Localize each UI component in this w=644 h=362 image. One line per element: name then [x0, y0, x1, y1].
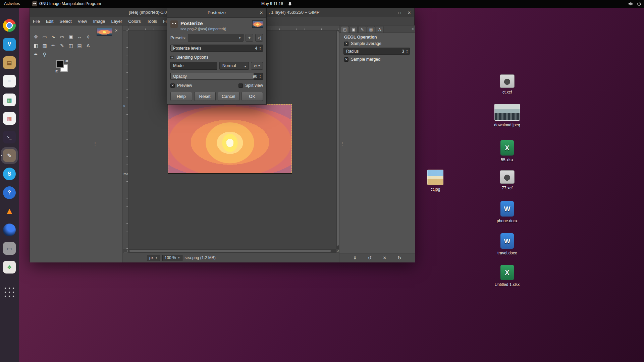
save-preset-icon[interactable]: ⇓: [353, 255, 357, 260]
text-tool-icon[interactable]: A: [84, 42, 92, 50]
mode-switch-button[interactable]: ↺ ▼: [251, 62, 263, 70]
swap-colors-icon[interactable]: ⇄: [65, 59, 68, 63]
notification-bell-icon[interactable]: [288, 2, 292, 6]
transform-tool-icon[interactable]: ↔: [75, 33, 84, 41]
ruler-corner[interactable]: [123, 25, 128, 31]
desktop-file-ct-jpg[interactable]: ct.jpg: [420, 170, 451, 192]
spin-down-icon[interactable]: ▼: [406, 51, 408, 53]
reset-tool-icon[interactable]: ↻: [397, 255, 401, 260]
spin-down-icon[interactable]: ▼: [259, 48, 261, 50]
menu-select[interactable]: Select: [56, 17, 74, 25]
zoom-select[interactable]: 100 % ▼: [162, 255, 182, 261]
close-button[interactable]: ✕: [408, 10, 411, 15]
spinner-arrows-icon[interactable]: ▲ ▼: [258, 45, 262, 51]
tab-fonts[interactable]: A: [376, 26, 384, 33]
dock-item-calc[interactable]: ▦: [3, 94, 16, 106]
split-view-checkbox-unchecked[interactable]: [238, 83, 243, 88]
split-view-checkbox-group[interactable]: Split view: [238, 83, 263, 88]
image-thumbnail[interactable]: [97, 28, 112, 36]
spinner-arrows-icon[interactable]: ▲ ▼: [405, 48, 409, 54]
dialog-close-icon[interactable]: ✕: [260, 8, 263, 18]
opacity-slider[interactable]: Opacity 90 ▲ ▼: [170, 73, 263, 80]
panel-grip-handle[interactable]: ⋮: [93, 142, 97, 145]
dock-item-writer[interactable]: ≡: [3, 75, 16, 87]
tab-tool-options[interactable]: ◰: [341, 26, 349, 33]
move-tool-icon[interactable]: ✥: [32, 33, 40, 41]
scissors-tool-icon[interactable]: ✂: [58, 33, 66, 41]
horizontal-scrollbar-thumb[interactable]: [129, 250, 331, 252]
activities-button[interactable]: Activities: [4, 0, 20, 8]
menu-tools[interactable]: Tools: [144, 17, 160, 25]
menu-colors[interactable]: Colors: [125, 17, 144, 25]
perspective-tool-icon[interactable]: ◊: [84, 33, 92, 41]
checkbox-checked-icon[interactable]: ✕: [344, 57, 348, 62]
desktop-file-download-jpeg[interactable]: download.jpeg: [492, 104, 523, 127]
tab-device-status[interactable]: ▣: [350, 26, 358, 33]
pencil-tool-icon[interactable]: ✏: [49, 42, 57, 50]
menu-image[interactable]: Image: [90, 17, 108, 25]
gradient-tool-icon[interactable]: ▨: [41, 42, 49, 50]
radius-slider[interactable]: Radius 3 ▲ ▼: [343, 48, 410, 55]
bucket-fill-tool-icon[interactable]: ◧: [32, 42, 40, 50]
maximize-button[interactable]: □: [398, 10, 401, 15]
spinner-arrows-icon[interactable]: ▲ ▼: [258, 73, 262, 79]
desktop-file-77-xcf[interactable]: 77.xcf: [492, 170, 523, 190]
menu-view[interactable]: View: [75, 17, 90, 25]
dock-item-app-grid[interactable]: [4, 287, 15, 298]
reset-button[interactable]: Reset: [194, 92, 216, 101]
restore-preset-icon[interactable]: ↺: [368, 255, 372, 260]
minimize-button[interactable]: –: [389, 10, 392, 15]
dock-item-vscode[interactable]: V: [3, 38, 16, 51]
thumbnail-close-icon[interactable]: ✕: [115, 28, 118, 33]
default-colors-icon[interactable]: ◩: [55, 69, 58, 73]
posterize-levels-slider[interactable]: Posterize levels 4 ▲ ▼: [170, 45, 263, 52]
help-button[interactable]: Help: [170, 92, 192, 101]
unit-select[interactable]: px ▼: [147, 255, 160, 261]
dock-item-gimp[interactable]: ✎: [3, 149, 16, 162]
menu-layer[interactable]: Layer: [108, 17, 125, 25]
cancel-button[interactable]: Cancel: [218, 92, 239, 101]
paintbrush-tool-icon[interactable]: ✎: [58, 42, 66, 50]
crop-tool-icon[interactable]: ▣: [67, 33, 75, 41]
eraser-tool-icon[interactable]: ◫: [67, 42, 75, 50]
menu-edit[interactable]: Edit: [43, 17, 56, 25]
dock-item-impress[interactable]: ▧: [3, 112, 16, 125]
dock-item-help[interactable]: ?: [3, 186, 16, 199]
volume-icon[interactable]: [628, 2, 633, 6]
sample-merged-row[interactable]: ✕ Sample merged: [344, 57, 380, 62]
dock-item-archive[interactable]: ▭: [3, 242, 16, 255]
clone-tool-icon[interactable]: ▤: [75, 42, 84, 50]
dock-menu-icon[interactable]: ◁: [411, 27, 414, 31]
vertical-ruler[interactable]: 0 250: [123, 31, 128, 249]
tab-layers[interactable]: ▤: [367, 26, 375, 33]
clock[interactable]: May 9 11:18: [261, 0, 283, 8]
vertical-scrollbar[interactable]: [336, 31, 339, 249]
delete-preset-icon[interactable]: ✕: [383, 255, 386, 260]
add-preset-button[interactable]: +: [246, 34, 253, 42]
vertical-scrollbar-thumb[interactable]: [337, 31, 339, 246]
desktop-file-untitled-xlsx[interactable]: X Untitled 1.xlsx: [492, 265, 523, 287]
preview-checkbox-checked[interactable]: ✕: [170, 83, 175, 88]
manage-presets-button[interactable]: ◁: [255, 34, 263, 42]
power-icon[interactable]: [637, 2, 641, 6]
quick-mask-toggle[interactable]: [124, 250, 127, 252]
presets-dropdown[interactable]: ▼: [188, 34, 244, 42]
paths-tool-icon[interactable]: ✒: [32, 50, 40, 58]
mode-dropdown[interactable]: Normal ▼: [219, 62, 249, 70]
dock-item-skype[interactable]: S: [3, 168, 16, 180]
desktop-file-travel-docx[interactable]: W travel.docx: [492, 233, 523, 255]
mode-field[interactable]: Mode: [170, 62, 217, 70]
menu-file[interactable]: File: [30, 17, 43, 25]
dock-item-firefox[interactable]: [3, 224, 16, 236]
desktop-file-55-xlsx[interactable]: X 55.xlsx: [492, 140, 523, 162]
dock-item-chrome[interactable]: [3, 19, 16, 32]
posterized-sea-image[interactable]: [168, 104, 292, 173]
dock-item-terminal[interactable]: >_: [3, 131, 16, 143]
preview-checkbox-group[interactable]: ✕ Preview: [170, 83, 192, 88]
horizontal-scrollbar[interactable]: [128, 249, 336, 253]
checkbox-checked-icon[interactable]: ✕: [344, 42, 348, 46]
rect-select-tool-icon[interactable]: ▭: [41, 33, 49, 41]
blending-options-section[interactable]: − Blending Options: [170, 55, 263, 60]
navigation-corner-icon[interactable]: ◿: [336, 249, 339, 253]
dialog-titlebar[interactable]: Posterize ✕: [167, 8, 266, 18]
